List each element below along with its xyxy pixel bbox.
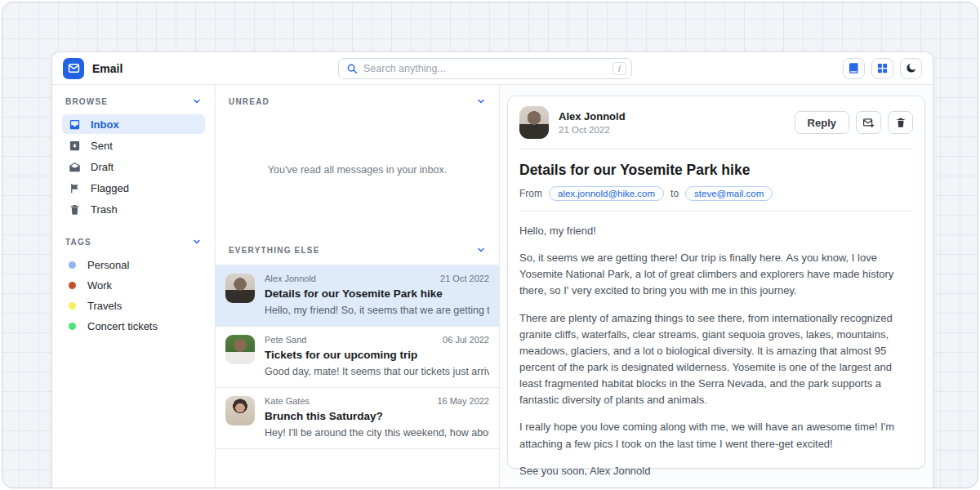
tag-label: Travels bbox=[87, 300, 122, 312]
detail-sender-name: Alex Jonnold bbox=[559, 110, 785, 122]
message-date: 06 Jul 2022 bbox=[443, 335, 489, 345]
app-title: Email bbox=[92, 62, 122, 75]
search-shortcut-badge: / bbox=[612, 62, 626, 75]
avatar bbox=[225, 335, 255, 364]
list-item-brunch[interactable]: Kate Gates 16 May 2022 Brunch this Satur… bbox=[216, 388, 499, 449]
tag-color-dot bbox=[69, 282, 76, 289]
reply-button[interactable]: Reply bbox=[795, 111, 849, 134]
sender-name: Alex Jonnold bbox=[265, 274, 440, 283]
chevron-down-icon[interactable] bbox=[476, 245, 486, 255]
avatar bbox=[519, 106, 549, 139]
sidebar: BROWSE Inbox Sent Draft Flagged bbox=[52, 85, 216, 488]
body-paragraph: See you soon, Alex Jonnold bbox=[519, 463, 913, 479]
divider bbox=[519, 149, 913, 149]
email-app-window: Email Search anything... / bbox=[51, 51, 933, 488]
detail-actions: Reply bbox=[795, 111, 913, 134]
body-paragraph: I really hope you love coming along with… bbox=[519, 419, 913, 452]
message-list-column: UNREAD You've read all messages in your … bbox=[216, 85, 500, 488]
tag-item-travels[interactable]: Travels bbox=[62, 296, 205, 316]
browse-label: BROWSE bbox=[65, 97, 108, 106]
book-icon bbox=[848, 62, 860, 74]
tags-label: TAGS bbox=[65, 238, 91, 247]
sidebar-item-trash[interactable]: Trash bbox=[62, 199, 205, 219]
tags-section-header[interactable]: TAGS bbox=[62, 237, 205, 247]
chevron-down-icon[interactable] bbox=[476, 96, 486, 106]
tag-item-work[interactable]: Work bbox=[62, 275, 205, 296]
forward-email-button[interactable] bbox=[856, 111, 881, 134]
everything-else-label: EVERYTHING ELSE bbox=[229, 246, 320, 255]
list-item-tickets[interactable]: Pete Sand 06 Jul 2022 Tickets for our up… bbox=[216, 327, 499, 388]
unread-label: UNREAD bbox=[229, 97, 270, 106]
from-to-row: From alex.jonnold@hike.com to steve@mail… bbox=[519, 186, 913, 201]
from-label: From bbox=[519, 188, 542, 199]
empty-state-text: You've read all messages in your inbox. bbox=[268, 164, 447, 176]
delete-button[interactable] bbox=[888, 111, 913, 134]
message-snippet: Good day, mate! It seems that our ticket… bbox=[265, 366, 489, 377]
from-email-chip[interactable]: alex.jonnold@hike.com bbox=[549, 186, 664, 201]
search-placeholder: Search anything... bbox=[363, 63, 612, 74]
trash-icon bbox=[69, 203, 81, 216]
sidebar-item-label: Trash bbox=[91, 203, 118, 216]
message-list: Alex Jonnold 21 Oct 2022 Details for our… bbox=[216, 265, 499, 449]
moon-icon bbox=[905, 62, 917, 74]
message-title: Tickets for our upcoming trip bbox=[265, 349, 489, 361]
search-icon bbox=[346, 63, 358, 74]
app-header: Email Search anything... / bbox=[52, 52, 933, 85]
message-detail-card: Alex Jonnold 21 Oct 2022 Reply bbox=[507, 96, 925, 469]
page-background: Email Search anything... / bbox=[2, 2, 978, 488]
browse-section-header[interactable]: BROWSE bbox=[62, 96, 205, 106]
body-paragraph: There are plenty of amazing things to se… bbox=[519, 310, 913, 409]
message-date: 21 Oct 2022 bbox=[440, 274, 489, 283]
avatar bbox=[225, 396, 255, 425]
sidebar-item-label: Flagged bbox=[91, 182, 129, 194]
sent-icon bbox=[69, 140, 81, 152]
tag-color-dot bbox=[69, 302, 76, 310]
sidebar-item-inbox[interactable]: Inbox bbox=[62, 114, 205, 134]
unread-empty-state: You've read all messages in your inbox. bbox=[216, 106, 499, 234]
flag-icon bbox=[69, 182, 81, 194]
book-button[interactable] bbox=[843, 58, 865, 79]
avatar bbox=[225, 274, 255, 303]
message-title: Brunch this Saturday? bbox=[265, 410, 489, 422]
sidebar-item-sent[interactable]: Sent bbox=[62, 136, 205, 155]
inbox-icon bbox=[69, 118, 81, 131]
unread-section-header[interactable]: UNREAD bbox=[216, 85, 499, 106]
chevron-down-icon[interactable] bbox=[192, 237, 202, 247]
sidebar-item-label: Inbox bbox=[91, 118, 119, 131]
everything-else-section-header[interactable]: EVERYTHING ELSE bbox=[216, 234, 499, 255]
tag-item-personal[interactable]: Personal bbox=[62, 255, 205, 275]
message-date: 16 May 2022 bbox=[437, 396, 489, 406]
tag-item-concert-tickets[interactable]: Concert tickets bbox=[62, 316, 205, 336]
tag-label: Concert tickets bbox=[87, 320, 158, 332]
divider bbox=[519, 211, 913, 212]
tag-label: Personal bbox=[87, 259, 129, 271]
message-title: Details for our Yosemite Park hike bbox=[265, 287, 489, 300]
body-paragraph: So, it seems we are getting there! Our t… bbox=[519, 250, 913, 299]
envelope-icon bbox=[68, 62, 80, 74]
sender-name: Kate Gates bbox=[265, 396, 437, 406]
apps-grid-icon bbox=[876, 62, 889, 74]
sidebar-item-label: Draft bbox=[91, 161, 114, 173]
detail-date: 21 Oct 2022 bbox=[559, 125, 785, 135]
search-input[interactable]: Search anything... / bbox=[338, 58, 632, 79]
sidebar-item-label: Sent bbox=[91, 140, 113, 152]
message-detail-pane: Alex Jonnold 21 Oct 2022 Reply bbox=[500, 85, 933, 488]
dark-mode-toggle[interactable] bbox=[900, 58, 922, 79]
header-actions bbox=[843, 58, 922, 79]
email-body: Hello, my friend! So, it seems we are ge… bbox=[519, 223, 913, 488]
to-label: to bbox=[670, 188, 679, 199]
detail-header: Alex Jonnold 21 Oct 2022 Reply bbox=[519, 106, 913, 139]
tag-label: Work bbox=[87, 279, 112, 292]
app-body: BROWSE Inbox Sent Draft Flagged bbox=[52, 85, 933, 488]
message-snippet: Hello, my friend! So, it seems that we a… bbox=[265, 305, 489, 316]
tag-color-dot bbox=[69, 323, 76, 330]
to-email-chip[interactable]: steve@mail.com bbox=[685, 186, 773, 201]
body-paragraph: Hello, my friend! bbox=[519, 223, 913, 239]
sidebar-item-draft[interactable]: Draft bbox=[62, 157, 205, 176]
list-item-yosemite-hike[interactable]: Alex Jonnold 21 Oct 2022 Details for our… bbox=[216, 265, 499, 327]
chevron-down-icon[interactable] bbox=[192, 96, 202, 106]
sender-name: Pete Sand bbox=[265, 335, 443, 345]
draft-icon bbox=[69, 161, 81, 173]
sidebar-item-flagged[interactable]: Flagged bbox=[62, 178, 205, 198]
apps-grid-button[interactable] bbox=[871, 58, 893, 79]
